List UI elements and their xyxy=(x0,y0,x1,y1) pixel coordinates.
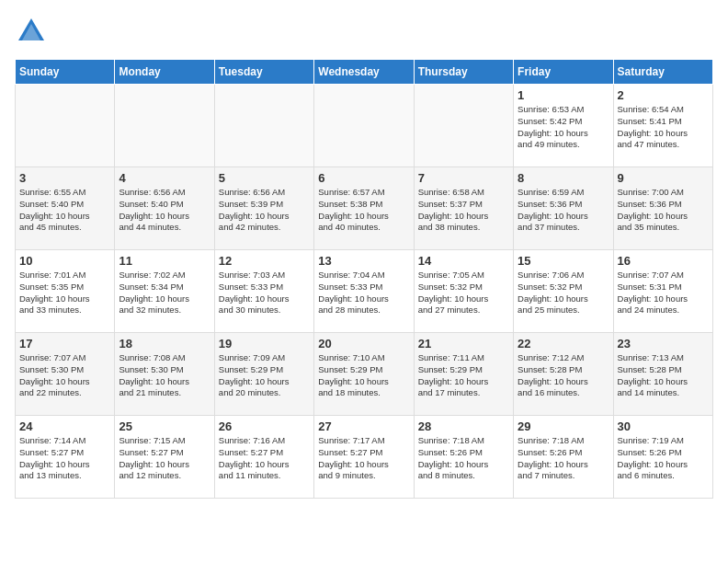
day-info: Sunrise: 7:10 AM Sunset: 5:29 PM Dayligh… xyxy=(318,352,409,399)
day-info: Sunrise: 7:04 AM Sunset: 5:33 PM Dayligh… xyxy=(318,270,409,316)
calendar-table: SundayMondayTuesdayWednesdayThursdayFrid… xyxy=(15,59,713,499)
day-info: Sunrise: 7:14 AM Sunset: 5:27 PM Dayligh… xyxy=(19,435,110,482)
calendar-cell: 30Sunrise: 7:19 AM Sunset: 5:26 PM Dayli… xyxy=(613,416,712,499)
calendar-week-row: 10Sunrise: 7:01 AM Sunset: 5:35 PM Dayli… xyxy=(16,250,713,333)
day-info: Sunrise: 7:11 AM Sunset: 5:29 PM Dayligh… xyxy=(418,352,509,399)
day-number: 25 xyxy=(119,419,210,433)
day-number: 16 xyxy=(618,254,709,268)
day-info: Sunrise: 7:08 AM Sunset: 5:30 PM Dayligh… xyxy=(119,352,210,399)
calendar-cell: 25Sunrise: 7:15 AM Sunset: 5:27 PM Dayli… xyxy=(115,416,214,499)
day-number: 5 xyxy=(219,171,310,185)
day-number: 9 xyxy=(618,171,709,185)
day-info: Sunrise: 7:12 AM Sunset: 5:28 PM Dayligh… xyxy=(518,352,609,399)
day-info: Sunrise: 6:57 AM Sunset: 5:38 PM Dayligh… xyxy=(318,187,409,234)
logo-icon xyxy=(15,15,48,48)
day-of-week-header: Saturday xyxy=(613,60,712,85)
calendar-week-row: 17Sunrise: 7:07 AM Sunset: 5:30 PM Dayli… xyxy=(16,333,713,416)
day-number: 7 xyxy=(418,171,509,185)
day-info: Sunrise: 7:01 AM Sunset: 5:35 PM Dayligh… xyxy=(19,270,110,316)
day-info: Sunrise: 7:15 AM Sunset: 5:27 PM Dayligh… xyxy=(119,435,210,482)
calendar-cell: 23Sunrise: 7:13 AM Sunset: 5:28 PM Dayli… xyxy=(613,333,712,416)
calendar-cell: 26Sunrise: 7:16 AM Sunset: 5:27 PM Dayli… xyxy=(214,416,313,499)
calendar-cell: 16Sunrise: 7:07 AM Sunset: 5:31 PM Dayli… xyxy=(613,250,712,333)
day-number: 22 xyxy=(518,337,609,350)
day-of-week-header: Friday xyxy=(514,60,613,85)
calendar-cell: 5Sunrise: 6:56 AM Sunset: 5:39 PM Daylig… xyxy=(214,167,313,250)
day-number: 3 xyxy=(19,171,110,185)
day-number: 8 xyxy=(518,171,609,185)
calendar-cell: 12Sunrise: 7:03 AM Sunset: 5:33 PM Dayli… xyxy=(214,250,313,333)
calendar-cell: 27Sunrise: 7:17 AM Sunset: 5:27 PM Dayli… xyxy=(314,416,414,499)
day-info: Sunrise: 7:07 AM Sunset: 5:31 PM Dayligh… xyxy=(618,270,709,316)
day-of-week-header: Thursday xyxy=(414,60,513,85)
day-number: 27 xyxy=(318,419,409,433)
calendar-cell: 1Sunrise: 6:53 AM Sunset: 5:42 PM Daylig… xyxy=(514,85,613,167)
calendar-cell: 6Sunrise: 6:57 AM Sunset: 5:38 PM Daylig… xyxy=(314,167,414,250)
day-info: Sunrise: 7:09 AM Sunset: 5:29 PM Dayligh… xyxy=(219,352,310,399)
day-info: Sunrise: 7:13 AM Sunset: 5:28 PM Dayligh… xyxy=(618,352,709,399)
day-info: Sunrise: 6:56 AM Sunset: 5:40 PM Dayligh… xyxy=(119,187,210,234)
calendar-cell xyxy=(16,85,115,167)
logo xyxy=(15,15,51,48)
calendar-week-row: 3Sunrise: 6:55 AM Sunset: 5:40 PM Daylig… xyxy=(16,167,713,250)
day-number: 1 xyxy=(518,88,609,102)
calendar-cell: 3Sunrise: 6:55 AM Sunset: 5:40 PM Daylig… xyxy=(16,167,115,250)
calendar-week-row: 24Sunrise: 7:14 AM Sunset: 5:27 PM Dayli… xyxy=(16,416,713,499)
day-info: Sunrise: 6:59 AM Sunset: 5:36 PM Dayligh… xyxy=(518,187,609,234)
day-number: 30 xyxy=(618,419,709,433)
day-of-week-header: Wednesday xyxy=(314,60,414,85)
calendar-cell: 29Sunrise: 7:18 AM Sunset: 5:26 PM Dayli… xyxy=(514,416,613,499)
page-header xyxy=(15,15,713,48)
day-info: Sunrise: 7:06 AM Sunset: 5:32 PM Dayligh… xyxy=(518,270,609,316)
calendar-cell xyxy=(314,85,414,167)
calendar-cell: 14Sunrise: 7:05 AM Sunset: 5:32 PM Dayli… xyxy=(414,250,513,333)
calendar-cell xyxy=(414,85,513,167)
calendar-header-row: SundayMondayTuesdayWednesdayThursdayFrid… xyxy=(16,60,713,85)
day-number: 29 xyxy=(518,419,609,433)
calendar-cell: 2Sunrise: 6:54 AM Sunset: 5:41 PM Daylig… xyxy=(613,85,712,167)
day-number: 11 xyxy=(119,254,210,268)
day-info: Sunrise: 7:19 AM Sunset: 5:26 PM Dayligh… xyxy=(618,435,709,482)
calendar-cell: 9Sunrise: 7:00 AM Sunset: 5:36 PM Daylig… xyxy=(613,167,712,250)
day-of-week-header: Tuesday xyxy=(214,60,313,85)
calendar-cell: 24Sunrise: 7:14 AM Sunset: 5:27 PM Dayli… xyxy=(16,416,115,499)
calendar-cell xyxy=(115,85,214,167)
day-info: Sunrise: 7:02 AM Sunset: 5:34 PM Dayligh… xyxy=(119,270,210,316)
day-number: 14 xyxy=(418,254,509,268)
day-info: Sunrise: 7:00 AM Sunset: 5:36 PM Dayligh… xyxy=(618,187,709,234)
day-of-week-header: Sunday xyxy=(16,60,115,85)
day-number: 20 xyxy=(318,337,409,350)
day-number: 15 xyxy=(518,254,609,268)
day-info: Sunrise: 6:58 AM Sunset: 5:37 PM Dayligh… xyxy=(418,187,509,234)
calendar-cell: 13Sunrise: 7:04 AM Sunset: 5:33 PM Dayli… xyxy=(314,250,414,333)
calendar-cell: 15Sunrise: 7:06 AM Sunset: 5:32 PM Dayli… xyxy=(514,250,613,333)
calendar-cell: 8Sunrise: 6:59 AM Sunset: 5:36 PM Daylig… xyxy=(514,167,613,250)
day-number: 12 xyxy=(219,254,310,268)
day-info: Sunrise: 7:05 AM Sunset: 5:32 PM Dayligh… xyxy=(418,270,509,316)
day-number: 10 xyxy=(19,254,110,268)
day-info: Sunrise: 6:56 AM Sunset: 5:39 PM Dayligh… xyxy=(219,187,310,234)
calendar-cell: 17Sunrise: 7:07 AM Sunset: 5:30 PM Dayli… xyxy=(16,333,115,416)
day-info: Sunrise: 6:55 AM Sunset: 5:40 PM Dayligh… xyxy=(19,187,110,234)
calendar-cell: 10Sunrise: 7:01 AM Sunset: 5:35 PM Dayli… xyxy=(16,250,115,333)
calendar-cell xyxy=(214,85,313,167)
day-info: Sunrise: 7:03 AM Sunset: 5:33 PM Dayligh… xyxy=(219,270,310,316)
day-number: 17 xyxy=(19,337,110,350)
day-number: 23 xyxy=(618,337,709,350)
day-info: Sunrise: 7:18 AM Sunset: 5:26 PM Dayligh… xyxy=(418,435,509,482)
calendar-cell: 28Sunrise: 7:18 AM Sunset: 5:26 PM Dayli… xyxy=(414,416,513,499)
day-info: Sunrise: 7:16 AM Sunset: 5:27 PM Dayligh… xyxy=(219,435,310,482)
day-info: Sunrise: 7:07 AM Sunset: 5:30 PM Dayligh… xyxy=(19,352,110,399)
day-number: 21 xyxy=(418,337,509,350)
calendar-cell: 4Sunrise: 6:56 AM Sunset: 5:40 PM Daylig… xyxy=(115,167,214,250)
day-number: 2 xyxy=(618,88,709,102)
calendar-week-row: 1Sunrise: 6:53 AM Sunset: 5:42 PM Daylig… xyxy=(16,85,713,167)
day-number: 24 xyxy=(19,419,110,433)
calendar-cell: 22Sunrise: 7:12 AM Sunset: 5:28 PM Dayli… xyxy=(514,333,613,416)
day-info: Sunrise: 7:17 AM Sunset: 5:27 PM Dayligh… xyxy=(318,435,409,482)
calendar-cell: 20Sunrise: 7:10 AM Sunset: 5:29 PM Dayli… xyxy=(314,333,414,416)
calendar-cell: 7Sunrise: 6:58 AM Sunset: 5:37 PM Daylig… xyxy=(414,167,513,250)
day-number: 4 xyxy=(119,171,210,185)
day-info: Sunrise: 7:18 AM Sunset: 5:26 PM Dayligh… xyxy=(518,435,609,482)
calendar-cell: 19Sunrise: 7:09 AM Sunset: 5:29 PM Dayli… xyxy=(214,333,313,416)
